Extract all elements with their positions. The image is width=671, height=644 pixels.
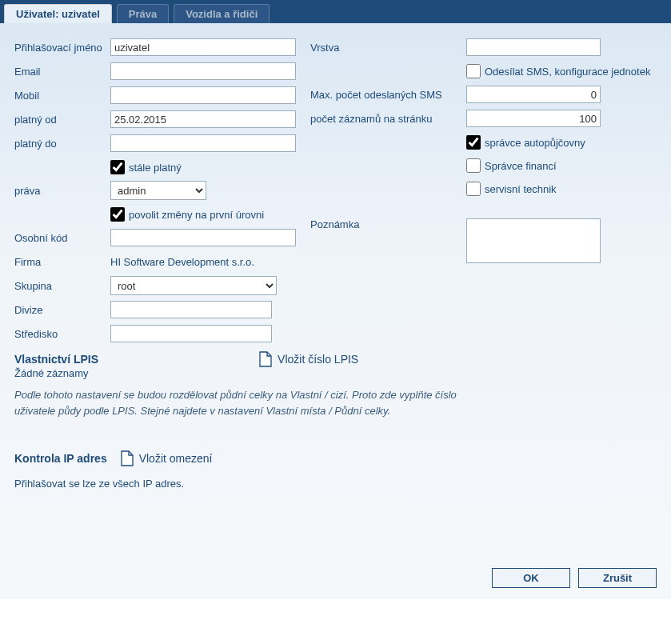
center-label: Středisko: [14, 328, 110, 340]
records-label: počet záznamů na stránku: [310, 113, 466, 125]
email-input[interactable]: [110, 62, 296, 80]
content-panel: Přihlašovací jméno Email Mobil platný od…: [0, 23, 671, 599]
personal-code-input[interactable]: [110, 229, 296, 246]
rights-label: práva: [14, 185, 110, 197]
division-input[interactable]: [110, 301, 272, 318]
valid-from-label: platný od: [14, 114, 110, 126]
send-sms-checkbox[interactable]: [466, 64, 481, 78]
valid-to-input[interactable]: [110, 134, 296, 152]
service-tech-checkbox[interactable]: [466, 182, 481, 196]
lpis-no-records: Žádné záznamy: [14, 367, 657, 379]
login-label: Přihlašovací jméno: [14, 42, 110, 54]
center-input[interactable]: [110, 325, 272, 342]
allow-changes-label: povolit změny na první úrovni: [129, 209, 264, 221]
ip-description: Přihlašovat se lze ze všech IP adres.: [14, 478, 657, 490]
tab-rights[interactable]: Práva: [117, 4, 169, 23]
max-sms-label: Max. počet odeslaných SMS: [310, 89, 466, 101]
ip-title: Kontrola IP adres: [14, 452, 107, 465]
valid-from-input[interactable]: [110, 110, 296, 128]
lpis-insert-link[interactable]: Vložit číslo LPIS: [278, 353, 358, 366]
ok-button[interactable]: OK: [492, 568, 570, 588]
rental-admin-checkbox[interactable]: [466, 135, 481, 150]
group-select[interactable]: root: [110, 276, 277, 295]
tab-bar: Uživatel: uzivatel Práva Vozidla a řidič…: [0, 0, 671, 23]
ip-insert-link[interactable]: Vložit omezení: [139, 452, 213, 465]
always-valid-checkbox[interactable]: [110, 160, 125, 174]
note-textarea[interactable]: [466, 218, 601, 263]
finance-admin-checkbox[interactable]: [466, 158, 481, 173]
cancel-button[interactable]: Zrušit: [578, 568, 657, 588]
valid-to-label: platný do: [14, 138, 110, 150]
max-sms-input[interactable]: [466, 86, 601, 103]
tab-vehicles[interactable]: Vozidla a řidiči: [174, 4, 270, 23]
send-sms-label: Odesílat SMS, konfigurace jednotek: [485, 66, 650, 78]
mobile-input[interactable]: [110, 86, 296, 104]
group-label: Skupina: [14, 280, 110, 292]
email-label: Email: [14, 66, 110, 78]
division-label: Divize: [14, 304, 110, 316]
lpis-title: Vlastnictví LPIS: [14, 353, 98, 366]
layer-label: Vrstva: [310, 42, 466, 54]
mobile-label: Mobil: [14, 90, 110, 102]
always-valid-label: stále platný: [129, 162, 182, 174]
login-input[interactable]: [110, 38, 296, 56]
note-label: Poznámka: [310, 218, 466, 230]
tab-user[interactable]: Uživatel: uzivatel: [4, 4, 112, 23]
document-icon: [258, 351, 273, 367]
document-icon: [120, 450, 134, 466]
rental-admin-label: správce autopůjčovny: [485, 137, 585, 149]
company-value: HI Software Development s.r.o.: [110, 256, 254, 268]
personal-code-label: Osobní kód: [14, 232, 110, 244]
service-tech-label: servisní technik: [485, 183, 557, 195]
rights-select[interactable]: admin: [110, 181, 206, 200]
records-input[interactable]: [466, 110, 601, 127]
company-label: Firma: [14, 256, 110, 268]
lpis-description: Podle tohoto nastavení se budou rozdělov…: [14, 387, 462, 418]
allow-changes-checkbox[interactable]: [110, 207, 125, 222]
layer-input[interactable]: [466, 38, 601, 56]
finance-admin-label: Správce financí: [485, 160, 557, 172]
